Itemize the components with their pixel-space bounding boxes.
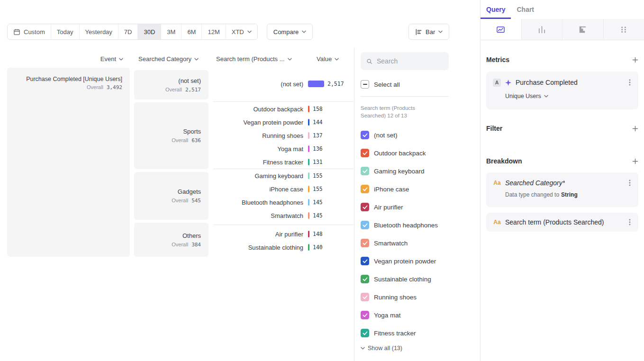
query-sidebar: Query Chart Metrics A Purchase Completed… [480,0,644,361]
compare-button[interactable]: Compare [267,24,313,40]
checkbox-checked[interactable] [361,203,369,211]
category-cell[interactable]: SportsOverall636 [134,102,209,169]
toolbar: CustomTodayYesterday7D30D3M6M12MXTD Comp… [7,24,313,40]
term-row[interactable]: Vegan protein powder144 [213,116,323,129]
date-range-xtd[interactable]: XTD [226,24,257,39]
select-all[interactable]: Select all [361,80,480,89]
term-row[interactable]: Bluetooth headphones145 [213,196,323,209]
term-value: 144 [313,119,323,126]
filter-item[interactable]: Yoga mat [361,306,480,324]
analysis-tab-bars[interactable] [522,19,563,40]
term-row[interactable]: Sustainable clothing140 [213,241,323,254]
checkbox-checked[interactable] [361,131,369,139]
search-box[interactable] [361,52,449,70]
analysis-tab-retention[interactable] [562,19,604,40]
filter-item[interactable]: Gaming keyboard [361,162,480,180]
term-row[interactable]: Gaming keyboard155 [213,169,323,182]
measure-selector[interactable]: Unique Users [505,93,632,99]
term-row[interactable]: iPhone case155 [213,182,323,196]
category-name: (not set) [178,77,201,84]
checkbox-checked[interactable] [361,329,369,337]
data-type-note: Data type changed toString [505,191,632,198]
overall-label: Overall [87,84,103,90]
date-range-30d[interactable]: 30D [138,24,161,39]
term-row[interactable]: (not set)2,517 [213,77,344,90]
add-breakdown-button[interactable] [632,158,638,164]
date-range-yesterday[interactable]: Yesterday [80,24,118,39]
value-bar [308,106,309,112]
filter-item-label: Air purifier [374,204,403,211]
column-header-category[interactable]: Searched Category [138,55,199,63]
filter-item[interactable]: iPhone case [361,180,480,198]
column-header-event[interactable]: Event [7,55,123,63]
tab-query[interactable]: Query [481,0,511,19]
filter-item[interactable]: Fitness tracker [361,324,480,342]
checkbox-checked[interactable] [361,149,369,157]
date-range-12m[interactable]: 12M [202,24,226,39]
checkbox-checked[interactable] [361,257,369,265]
breakdown-section-header: Breakdown [486,157,638,165]
filter-item[interactable]: Air purifier [361,198,480,216]
value-bar [308,172,309,179]
event-overall: Overall3,492 [15,84,122,90]
term-row[interactable]: Air purifier148 [213,227,323,241]
filter-item[interactable]: Vegan protein powder [361,252,480,270]
flows-icon [619,25,628,34]
date-range-7d[interactable]: 7D [118,24,138,39]
checkbox-checked[interactable] [361,185,369,193]
checkbox-checked[interactable] [361,293,369,301]
term-row[interactable]: Yoga mat136 [213,142,323,155]
breakdown-card[interactable]: Aa Search term (Products Searched) [486,213,638,232]
metric-event-name: Purchase Completed [516,79,578,86]
column-header-term[interactable]: Search term (Products ... [216,55,292,63]
term-row[interactable]: Smartwatch145 [213,209,323,222]
analysis-type-tabs [481,19,644,40]
check-icon [363,313,368,317]
add-metric-button[interactable] [632,57,638,63]
filter-item[interactable]: Sustainable clothing [361,270,480,288]
event-cell[interactable]: Purchase Completed [Unique Users] Overal… [7,68,130,257]
checkbox-checked[interactable] [361,275,369,283]
show-all-link[interactable]: Show all (13) [361,345,480,352]
kebab-icon [629,218,631,226]
date-range-label: Custom [24,28,45,36]
category-cell[interactable]: GadgetsOverall545 [134,172,209,220]
checkbox-checked[interactable] [361,221,369,229]
category-cell[interactable]: OthersOverall384 [134,223,209,257]
category-name: Sports [183,128,201,135]
analysis-tab-flows[interactable] [604,19,644,40]
filter-item[interactable]: Smartwatch [361,234,480,252]
filter-item[interactable]: Bluetooth headphones [361,216,480,234]
filter-item[interactable]: Running shoes [361,288,480,306]
term-row[interactable]: Running shoes137 [213,129,323,142]
tab-chart[interactable]: Chart [511,0,540,19]
select-all-label: Select all [374,81,400,88]
add-filter-button[interactable] [632,126,638,132]
date-range-3m[interactable]: 3M [161,24,181,39]
checkbox-checked[interactable] [361,311,369,319]
date-range-today[interactable]: Today [51,24,80,39]
breakdown-card[interactable]: Aa Searched Category* Data type changed … [486,172,638,207]
metric-card[interactable]: A Purchase Completed Unique Users [486,72,638,109]
filter-caption: Search term (Products Searched) 12 of 13 [361,104,480,119]
term-row[interactable]: Fitness tracker131 [213,155,323,169]
breakdown-menu-button[interactable] [628,217,632,227]
filter-item-label: Gaming keyboard [374,168,425,175]
column-header-value[interactable]: Value [317,55,339,63]
term-row[interactable]: Outdoor backpack158 [213,102,323,116]
breakdown-menu-button[interactable] [628,178,632,188]
plus-icon [632,158,638,164]
chevron-down-icon [247,30,252,33]
checkbox-checked[interactable] [361,239,369,247]
analysis-tab-insights[interactable] [481,19,522,40]
search-input[interactable] [377,57,443,65]
date-range-6m[interactable]: 6M [181,24,202,39]
filter-item[interactable]: (not set) [361,126,480,144]
checkbox-checked[interactable] [361,167,369,175]
date-range-custom[interactable]: Custom [8,24,51,39]
select-all-checkbox-indeterminate[interactable] [361,80,369,89]
category-overall: Overall2,517 [165,87,201,93]
category-cell[interactable]: (not set)Overall2,517 [134,70,209,99]
metric-menu-button[interactable] [628,78,632,87]
filter-item[interactable]: Outdoor backpack [361,144,480,162]
